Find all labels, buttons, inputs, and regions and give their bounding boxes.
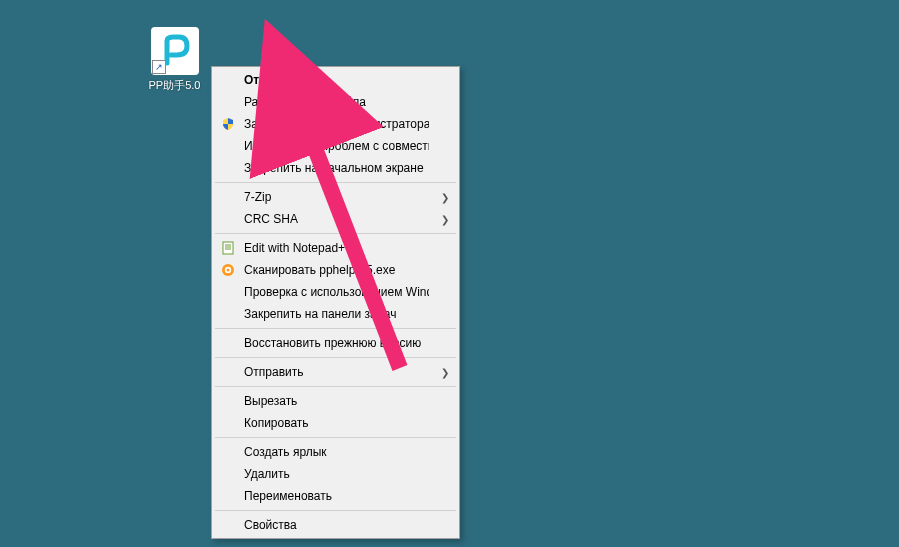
- menu-item-label: Переименовать: [244, 489, 429, 503]
- desktop-shortcut[interactable]: ↗ PP助手5.0: [147, 27, 202, 93]
- menu-item-label: Отправить: [244, 365, 429, 379]
- menu-item[interactable]: CRC SHA❯: [214, 208, 457, 230]
- menu-item[interactable]: Сканировать pphelper5.exe: [214, 259, 457, 281]
- menu-item[interactable]: Закрепить на панели задач: [214, 303, 457, 325]
- menu-item[interactable]: Отправить❯: [214, 361, 457, 383]
- chevron-right-icon: ❯: [441, 192, 449, 203]
- menu-item-label: Проверка с использованием Windows Defend…: [244, 285, 429, 299]
- menu-item[interactable]: Исправление проблем с совместимостью: [214, 135, 457, 157]
- menu-item-label: Расположение файла: [244, 95, 429, 109]
- notepad-icon: [220, 240, 236, 256]
- menu-item[interactable]: Свойства: [214, 514, 457, 536]
- menu-separator: [215, 182, 456, 183]
- menu-item-label: Копировать: [244, 416, 429, 430]
- menu-item[interactable]: Переименовать: [214, 485, 457, 507]
- menu-separator: [215, 386, 456, 387]
- menu-item[interactable]: Удалить: [214, 463, 457, 485]
- menu-item[interactable]: Расположение файла: [214, 91, 457, 113]
- svg-rect-0: [223, 242, 233, 254]
- menu-item[interactable]: Закрепить на начальном экране: [214, 157, 457, 179]
- menu-item[interactable]: Восстановить прежнюю версию: [214, 332, 457, 354]
- menu-item-label: Закрепить на панели задач: [244, 307, 429, 321]
- app-icon: ↗: [151, 27, 199, 75]
- shield-icon: [220, 116, 236, 132]
- chevron-right-icon: ❯: [441, 367, 449, 378]
- avast-icon: [220, 262, 236, 278]
- menu-item-label: Закрепить на начальном экране: [244, 161, 429, 175]
- menu-item-label: Открыть: [244, 73, 429, 87]
- menu-separator: [215, 233, 456, 234]
- menu-item[interactable]: 7-Zip❯: [214, 186, 457, 208]
- menu-item-label: Запуск от имени администратора: [244, 117, 429, 131]
- desktop-icon-label: PP助手5.0: [147, 78, 202, 93]
- menu-item[interactable]: Запуск от имени администратора: [214, 113, 457, 135]
- menu-item-label: Edit with Notepad++: [244, 241, 429, 255]
- menu-item[interactable]: Открыть: [214, 69, 457, 91]
- menu-item-label: CRC SHA: [244, 212, 429, 226]
- menu-item[interactable]: Вырезать: [214, 390, 457, 412]
- menu-item-label: Восстановить прежнюю версию: [244, 336, 429, 350]
- menu-item-label: Удалить: [244, 467, 429, 481]
- menu-item[interactable]: Создать ярлык: [214, 441, 457, 463]
- menu-separator: [215, 357, 456, 358]
- menu-separator: [215, 437, 456, 438]
- chevron-right-icon: ❯: [441, 214, 449, 225]
- svg-point-6: [227, 269, 230, 272]
- menu-separator: [215, 328, 456, 329]
- menu-item-label: Вырезать: [244, 394, 429, 408]
- context-menu: ОткрытьРасположение файлаЗапуск от имени…: [211, 66, 460, 539]
- menu-item-label: 7-Zip: [244, 190, 429, 204]
- menu-item-label: Сканировать pphelper5.exe: [244, 263, 429, 277]
- menu-item-label: Создать ярлык: [244, 445, 429, 459]
- menu-item[interactable]: Проверка с использованием Windows Defend…: [214, 281, 457, 303]
- menu-item[interactable]: Edit with Notepad++: [214, 237, 457, 259]
- menu-item[interactable]: Копировать: [214, 412, 457, 434]
- shortcut-arrow-icon: ↗: [152, 60, 166, 74]
- menu-item-label: Исправление проблем с совместимостью: [244, 139, 429, 153]
- menu-item-label: Свойства: [244, 518, 429, 532]
- menu-separator: [215, 510, 456, 511]
